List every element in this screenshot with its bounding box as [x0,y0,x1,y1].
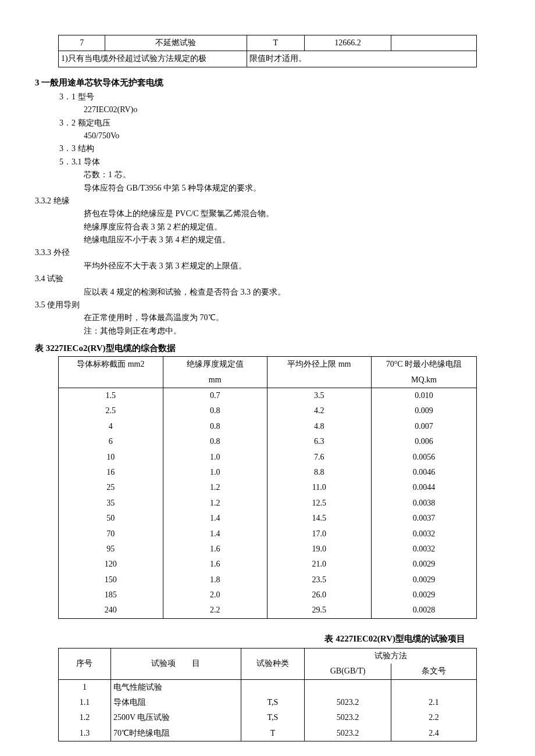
sec-3-4-num: 3.4 试验 [35,273,500,285]
table-4-cell [241,679,305,695]
table-4-cell: 5023.2 [305,695,391,710]
table-3-cell: 35 [59,496,163,511]
table-4-cell: 导体电阻 [110,695,241,710]
sec-3-1-val: 227IEC02(RV)o [84,103,500,116]
sec-3-2-num: 3．2 额定电压 [59,117,500,130]
table-4-header-row-1: 序号 试验项 目 试验种类 试验方法 [59,648,477,664]
table-3-cell: 0.0029 [371,572,476,587]
table-3-cell: 23.5 [267,572,371,587]
table-3-row: 60.86.30.006 [59,434,477,449]
table-3-row: 40.84.80.007 [59,419,477,434]
table-3-caption: 表 3227IECo2(RV)型电缆的综合数据 [35,341,500,355]
table-3-cell: 1.2 [163,496,267,511]
table-3-cell: 50 [59,511,163,526]
table-4-cell: 1 [59,679,111,695]
table-3-cell: 0.8 [163,403,267,418]
table-3-cell: 14.5 [267,511,371,526]
table-4-cell: 1.1 [59,695,111,710]
table-3-cell: 1.0 [163,450,267,465]
table-3-cell: 21.0 [267,557,371,572]
table-3-cell: 29.5 [267,603,371,618]
sec-3-1-num: 3．1 型号 [59,91,500,103]
table-3-cell: 19.0 [267,542,371,557]
table-4-row: 1电气性能试验 [59,679,477,695]
table-3-cell: 0.006 [371,434,476,449]
table-3-row: 251.211.00.0044 [59,480,477,495]
table-3-cell: 185 [59,587,163,603]
table-4-cell: 2.4 [391,726,477,741]
top-table-note-row: 1)只有当电缆外径超过试验方法规定的极 限值时才适用。 [59,51,477,67]
table-4-cell: 1.2 [59,710,111,725]
table-3-cell: 0.009 [371,403,476,418]
table-4-cell: 电气性能试验 [110,679,241,695]
table-3-cell: 0.0029 [371,557,476,572]
section-3-heading: 3 一般用途单芯软导体无护套电缆 [35,76,500,89]
table-3-row: 1.50.73.50.010 [59,388,477,403]
cell-type: T [247,35,304,51]
cell-empty [391,35,476,51]
table-3-cell: 0.0056 [371,450,476,465]
cell-index: 7 [59,35,105,51]
t3-h4: 70°C 时最小绝缘电阻 [371,357,476,372]
table-3-row: 351.212.50.0038 [59,496,477,511]
table-4-row: 1.22500V 电压试验T,S5023.22.2 [59,710,477,725]
sec-3-2-val: 450/750Vo [84,130,500,142]
table-3-cell: 2.2 [163,603,267,618]
table-4-cell: 5023.2 [305,726,391,741]
table-4-cell: 1.3 [59,726,111,741]
table-3-cell: 1.6 [163,557,267,572]
table-3-row: 501.414.50.0037 [59,511,477,526]
table-4-cell: T [241,726,305,741]
table-3-cell: 0.0044 [371,480,476,495]
cell-test-name: 不延燃试验 [105,35,247,51]
table-3-cell: 0.007 [371,419,476,434]
table-4-cell [305,679,391,695]
table-4: 序号 试验项 目 试验种类 试验方法 GB(GB/T) 条文号 1电气性能试验1… [58,648,477,741]
table-3-cell: 1.4 [163,511,267,526]
t4-h2: 试验项 目 [110,648,241,679]
table-3-cell: 0.0037 [371,511,476,526]
table-4-cell: 5023.2 [305,710,391,725]
table-3-row: 951.619.00.0032 [59,542,477,557]
sec-3-4-l1: 应以表 4 规定的检测和试验，检查是否符合 3.3 的要求。 [84,286,500,299]
table-3-cell: 17.0 [267,526,371,542]
table-3-row: 101.07.60.0056 [59,450,477,465]
table-3-row: 1852.026.00.0029 [59,587,477,603]
table-3-cell: 6 [59,434,163,449]
sec-3-3-1-num: 5．3.1 导体 [59,156,500,169]
table-4-row: 1.1导体电阻T,S5023.22.1 [59,695,477,710]
sec-3-3-3-num: 3.3.3 外径 [35,246,500,259]
sec-3-3-num: 3．3 结构 [59,142,500,155]
t4-h3: 试验种类 [241,648,305,679]
table-3-cell: 1.2 [163,480,267,495]
table-3-cell: 4.2 [267,403,371,418]
table-3-cell: 120 [59,557,163,572]
top-partial-table: 7 不延燃试验 T 12666.2 1)只有当电缆外径超过试验方法规定的极 限值… [58,35,477,67]
sec-3-3-2-l2: 绝缘厚度应符合表 3 第 2 栏的规定值。 [84,221,500,234]
table-3-cell: 150 [59,572,163,587]
table-3-cell: 0.0028 [371,603,476,618]
table-4-cell: 2.1 [391,695,477,710]
note-left: 1)只有当电缆外径超过试验方法规定的极 [59,51,247,67]
t3-h1: 导体标称截面 mm2 [59,357,163,372]
table-3-cell: 25 [59,480,163,495]
table-4-cell: 70℃时绝缘电阻 [110,726,241,741]
table-4-cell: T,S [241,710,305,725]
t4-h4: 试验方法 [305,648,477,664]
table-3-cell: 0.8 [163,434,267,449]
sec-3-3-2-l3: 绝缘电阻应不小于表 3 第 4 栏的规定值。 [84,234,500,246]
table-3-cell: 2.0 [163,587,267,603]
table-4-caption: 表 4227IEC02(RV)型电缆的试验项目 [35,632,465,646]
top-table-row: 7 不延燃试验 T 12666.2 [59,35,477,51]
sec-3-5-num: 3.5 使用导则 [35,299,500,311]
table-3-header-unit-row: mm MQ.km [59,372,477,388]
table-3-cell: 0.8 [163,419,267,434]
table-3-cell: 1.6 [163,542,267,557]
table-3-cell: 1.5 [59,388,163,403]
table-4-cell [391,679,477,695]
table-3-row: 1201.621.00.0029 [59,557,477,572]
table-3-cell: 70 [59,526,163,542]
t3-h3u [267,372,371,388]
sec-3-3-1-l2: 导体应符合 GB/T3956 中第 5 种导体规定的要求。 [84,182,500,195]
t3-h4u: MQ.km [371,372,476,388]
